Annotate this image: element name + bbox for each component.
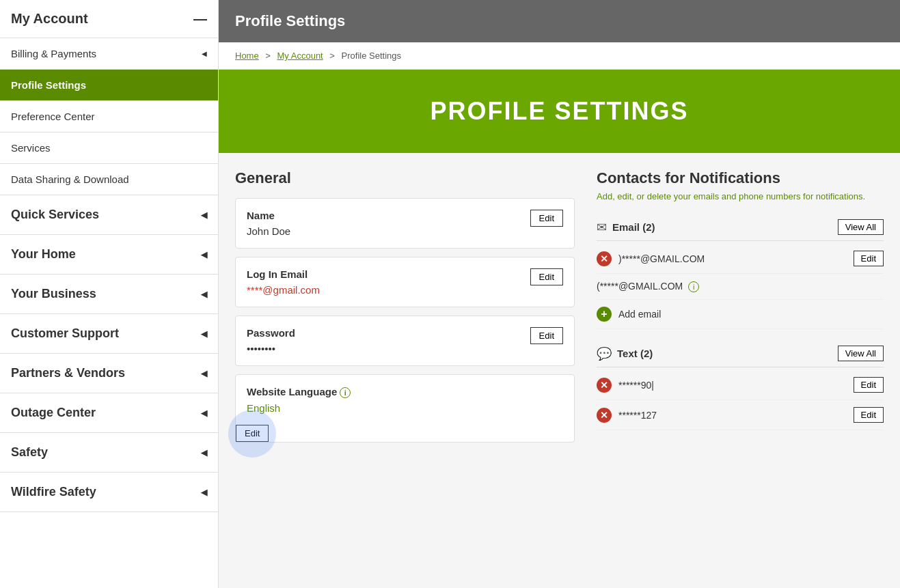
page-header-bar: Profile Settings [219,0,900,42]
sidebar-my-account[interactable]: My Account — [0,0,218,38]
field-card-website-language: Website LanguageiEnglishEdit [235,374,575,443]
field-label-website-language: Website Languagei [247,386,563,398]
edit-password-button[interactable]: Edit [530,327,563,344]
arrow-icon: ◀ [201,369,207,378]
text-view-all-button[interactable]: View All [838,346,884,361]
contacts-title: Contacts for Notifications [597,169,884,187]
envelope-icon: ✉ [597,220,607,235]
email1-value: )*****@GMAIL.COM [618,253,705,264]
breadcrumb-my-account[interactable]: My Account [277,51,323,61]
email-section-label: Email (2) [612,221,655,233]
arrow-icon: ◀ [202,50,207,57]
field-card-login-email: Log In Email****@gmail.comEdit [235,257,575,307]
page-title: Profile Settings [235,12,345,29]
delete-text2-button[interactable]: ✕ [597,408,612,423]
add-email-label: Add email [618,309,661,320]
sidebar-nav-items: Quick Services◀Your Home◀Your Business◀C… [0,195,218,512]
field-card-password: Password••••••••Edit [235,316,575,366]
arrow-icon: ◀ [201,488,207,497]
sidebar-item-quick-services[interactable]: Quick Services◀ [0,195,218,235]
contacts-subtitle: Add, edit, or delete your emails and pho… [597,191,884,201]
chat-icon: 💬 [597,346,612,361]
field-card-name: NameJohn DoeEdit [235,198,575,249]
add-email-icon[interactable]: + [597,307,612,322]
text-section-header: 💬 Text (2) View All [597,340,884,367]
field-value-name: John Doe [247,225,563,237]
email-item-1: ✕ )*****@GMAIL.COM Edit [597,244,884,274]
sidebar-item-preference[interactable]: Preference Center [0,101,218,132]
email-contact-section: ✉ Email (2) View All ✕ )*****@GMAIL.COM … [597,214,884,329]
sidebar-item-label: Outage Center [11,406,96,420]
arrow-icon: ◀ [201,290,207,299]
sidebar-item-label: Your Home [11,247,76,262]
email-item-2: (*****@GMAIL.COM i [597,274,884,300]
email-section-header: ✉ Email (2) View All [597,214,884,241]
sidebar-item-label: Your Business [11,287,96,301]
text1-value: ******90| [618,380,654,391]
delete-text1-button[interactable]: ✕ [597,378,612,393]
field-label-name: Name [247,210,563,221]
website-language-info-icon[interactable]: i [340,387,351,398]
edit-website-language-button[interactable]: Edit [236,425,269,442]
sidebar-item-label: Partners & Vendors [11,366,125,380]
field-value-password: •••••••• [247,343,563,354]
general-fields: NameJohn DoeEditLog In Email****@gmail.c… [235,198,575,443]
text-item-2: ✕ ******127 Edit [597,400,884,430]
edit-name-button[interactable]: Edit [530,210,563,227]
arrow-icon: ◀ [201,329,207,339]
edit-text2-button[interactable]: Edit [854,407,884,423]
contacts-panel: Contacts for Notifications Add, edit, or… [597,169,884,572]
sidebar-item-label: Customer Support [11,326,119,341]
sidebar-item-your-home[interactable]: Your Home◀ [0,235,218,275]
my-account-label: My Account [11,11,88,27]
email2-info-icon[interactable]: i [688,281,699,292]
sidebar-item-label: Safety [11,445,48,460]
breadcrumb-home[interactable]: Home [235,51,259,61]
sidebar-item-outage-center[interactable]: Outage Center◀ [0,393,218,433]
field-value-website-language: English [247,402,563,414]
field-label-password: Password [247,327,563,339]
sidebar-item-safety[interactable]: Safety◀ [0,433,218,473]
edit-text1-button[interactable]: Edit [854,377,884,393]
sidebar-item-label: Quick Services [11,208,99,222]
main-content: Profile Settings Home > My Account > Pro… [219,0,900,588]
add-email-row[interactable]: + Add email [597,300,884,329]
text2-value: ******127 [618,410,657,421]
edit-login-email-button[interactable]: Edit [530,268,563,285]
arrow-icon: ◀ [201,408,207,418]
sidebar-item-datasharing[interactable]: Data Sharing & Download [0,164,218,195]
sidebar-item-profile[interactable]: Profile Settings [0,70,218,101]
delete-email1-button[interactable]: ✕ [597,251,612,266]
sidebar-item-services[interactable]: Services [0,132,218,164]
breadcrumb-current: Profile Settings [342,51,401,61]
email2-value: (*****@GMAIL.COM i [597,281,699,292]
general-panel: General NameJohn DoeEditLog In Email****… [235,169,597,572]
sidebar-item-label: Wildfire Safety [11,485,96,499]
collapse-icon: — [193,11,207,27]
profile-settings-banner: PROFILE SETTINGS [219,70,900,153]
sidebar-item-customer-support[interactable]: Customer Support◀ [0,314,218,354]
sidebar-item-partners-vendors[interactable]: Partners & Vendors◀ [0,354,218,393]
email-view-all-button[interactable]: View All [838,219,884,235]
sidebar-item-your-business[interactable]: Your Business◀ [0,275,218,314]
sidebar: My Account — Billing & Payments◀Profile … [0,0,219,588]
arrow-icon: ◀ [201,210,207,220]
text-item-1: ✕ ******90| Edit [597,370,884,400]
field-label-login-email: Log In Email [247,268,563,280]
sidebar-item-billing[interactable]: Billing & Payments◀ [0,38,218,70]
edit-email1-button[interactable]: Edit [854,251,884,266]
breadcrumb: Home > My Account > Profile Settings [219,42,900,70]
field-value-login-email: ****@gmail.com [247,284,563,296]
sidebar-item-wildfire-safety[interactable]: Wildfire Safety◀ [0,473,218,512]
arrow-icon: ◀ [201,448,207,458]
content-area: General NameJohn DoeEditLog In Email****… [219,153,900,588]
general-title: General [235,169,575,187]
text-section-label: Text (2) [617,348,653,359]
arrow-icon: ◀ [201,250,207,260]
text-contact-section: 💬 Text (2) View All ✕ ******90| Edit [597,340,884,430]
sidebar-sub-items: Billing & Payments◀Profile SettingsPrefe… [0,38,218,195]
